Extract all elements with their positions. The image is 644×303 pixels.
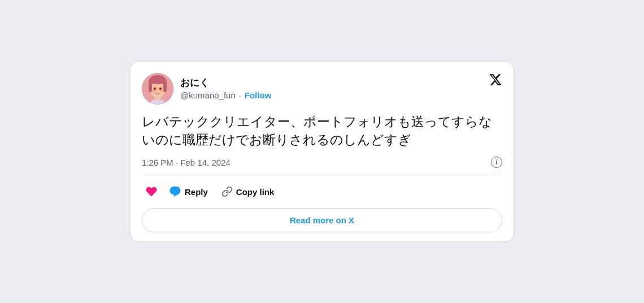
- svg-rect-3: [149, 82, 152, 92]
- handle: @kumano_fun: [180, 90, 236, 100]
- read-more-button[interactable]: Read more on X: [142, 208, 502, 232]
- tweet-timestamp-row: 1:26 PM · Feb 14, 2024 i: [142, 157, 502, 168]
- svg-rect-4: [163, 82, 167, 92]
- like-button[interactable]: [142, 182, 161, 201]
- svg-point-9: [160, 88, 162, 89]
- copy-link-label: Copy link: [236, 187, 275, 197]
- copy-link-button[interactable]: Copy link: [216, 183, 280, 201]
- handle-follow-row: @kumano_fun · Follow: [180, 90, 271, 100]
- separator-dot: ·: [239, 90, 241, 100]
- follow-button[interactable]: Follow: [245, 90, 272, 100]
- tweet-header-left: おにく @kumano_fun · Follow: [142, 73, 271, 105]
- action-row: Reply Copy link: [142, 182, 502, 201]
- reply-label: Reply: [185, 187, 208, 197]
- display-name: おにく: [180, 77, 271, 89]
- x-logo[interactable]: [489, 73, 502, 89]
- divider: [142, 175, 502, 175]
- svg-point-11: [160, 90, 164, 93]
- svg-point-5: [150, 75, 166, 84]
- timestamp: 1:26 PM · Feb 14, 2024: [142, 158, 230, 167]
- tweet-header: おにく @kumano_fun · Follow: [142, 73, 502, 105]
- tweet-card: おにく @kumano_fun · Follow レバテッククリエイター、ポート…: [130, 61, 514, 242]
- svg-rect-13: [151, 100, 164, 105]
- avatar[interactable]: [142, 73, 173, 105]
- svg-point-8: [154, 88, 156, 89]
- info-icon[interactable]: i: [491, 157, 502, 168]
- tweet-text: レバテッククリエイター、ポートフォリオも送ってすらないのに職歴だけでお断りされる…: [142, 112, 502, 149]
- reply-button[interactable]: Reply: [163, 182, 214, 201]
- user-info: おにく @kumano_fun · Follow: [180, 77, 271, 99]
- svg-point-10: [151, 90, 155, 93]
- svg-point-2: [150, 82, 165, 98]
